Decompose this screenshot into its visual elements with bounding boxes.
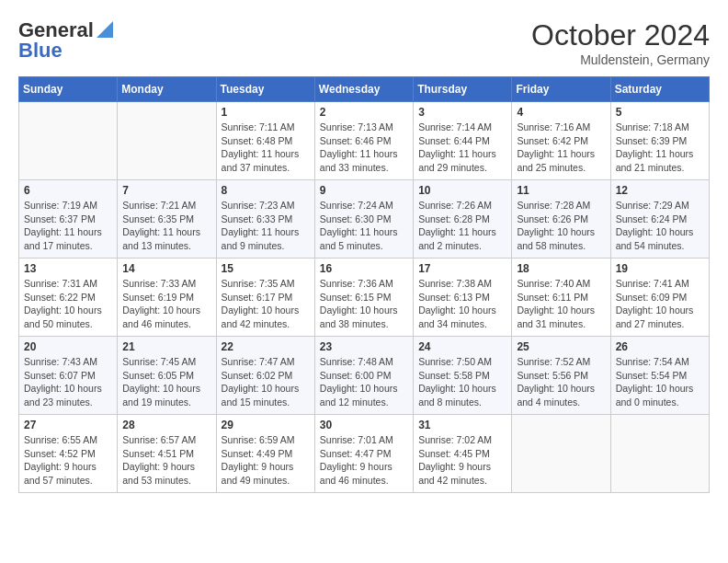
calendar-cell: 10Sunrise: 7:26 AM Sunset: 6:28 PM Dayli… (414, 180, 512, 259)
header-tuesday: Tuesday (216, 77, 314, 102)
day-info: Sunrise: 7:43 AM Sunset: 6:07 PM Dayligh… (24, 355, 112, 409)
calendar-cell: 23Sunrise: 7:48 AM Sunset: 6:00 PM Dayli… (314, 337, 413, 415)
day-number: 10 (418, 184, 506, 197)
day-number: 31 (418, 419, 506, 431)
calendar-cell: 20Sunrise: 7:43 AM Sunset: 6:07 PM Dayli… (19, 337, 118, 415)
calendar-cell: 21Sunrise: 7:45 AM Sunset: 6:05 PM Dayli… (118, 337, 216, 415)
day-number: 30 (320, 419, 408, 431)
day-info: Sunrise: 7:21 AM Sunset: 6:35 PM Dayligh… (122, 199, 210, 253)
day-number: 8 (222, 184, 310, 197)
calendar-cell: 12Sunrise: 7:29 AM Sunset: 6:24 PM Dayli… (610, 180, 709, 259)
logo-icon (97, 21, 113, 41)
day-number: 11 (517, 184, 605, 197)
calendar-cell: 29Sunrise: 6:59 AM Sunset: 4:49 PM Dayli… (216, 415, 314, 493)
day-number: 17 (418, 262, 506, 275)
week-row-3: 13Sunrise: 7:31 AM Sunset: 6:22 PM Dayli… (19, 259, 710, 337)
calendar-cell: 19Sunrise: 7:41 AM Sunset: 6:09 PM Dayli… (610, 259, 709, 337)
calendar-cell: 3Sunrise: 7:14 AM Sunset: 6:44 PM Daylig… (414, 102, 512, 180)
day-number: 14 (122, 262, 210, 275)
calendar-cell: 14Sunrise: 7:33 AM Sunset: 6:19 PM Dayli… (118, 259, 216, 337)
header-friday: Friday (512, 77, 610, 102)
day-number: 16 (320, 262, 408, 275)
day-number: 23 (320, 340, 408, 353)
logo: General Blue (18, 18, 113, 63)
calendar-cell: 4Sunrise: 7:16 AM Sunset: 6:42 PM Daylig… (512, 102, 610, 180)
calendar-cell (610, 415, 709, 493)
day-number: 27 (24, 419, 112, 431)
calendar-cell: 7Sunrise: 7:21 AM Sunset: 6:35 PM Daylig… (118, 180, 216, 259)
day-info: Sunrise: 7:48 AM Sunset: 6:00 PM Dayligh… (320, 355, 408, 409)
day-info: Sunrise: 7:19 AM Sunset: 6:37 PM Dayligh… (24, 199, 112, 253)
day-number: 3 (418, 106, 506, 119)
header-wednesday: Wednesday (314, 77, 413, 102)
day-info: Sunrise: 7:24 AM Sunset: 6:30 PM Dayligh… (320, 199, 408, 253)
day-info: Sunrise: 7:18 AM Sunset: 6:39 PM Dayligh… (616, 121, 704, 175)
day-number: 29 (222, 419, 310, 431)
header-saturday: Saturday (610, 77, 709, 102)
day-info: Sunrise: 7:23 AM Sunset: 6:33 PM Dayligh… (222, 199, 310, 253)
week-row-2: 6Sunrise: 7:19 AM Sunset: 6:37 PM Daylig… (19, 180, 710, 259)
location-title: Muldenstein, Germany (531, 52, 710, 67)
header-monday: Monday (118, 77, 216, 102)
calendar-cell: 15Sunrise: 7:35 AM Sunset: 6:17 PM Dayli… (216, 259, 314, 337)
day-number: 20 (24, 340, 112, 353)
calendar-cell (19, 102, 118, 180)
calendar-cell (118, 102, 216, 180)
week-row-5: 27Sunrise: 6:55 AM Sunset: 4:52 PM Dayli… (19, 415, 710, 493)
day-number: 21 (122, 340, 210, 353)
week-row-4: 20Sunrise: 7:43 AM Sunset: 6:07 PM Dayli… (19, 337, 710, 415)
calendar-cell: 17Sunrise: 7:38 AM Sunset: 6:13 PM Dayli… (414, 259, 512, 337)
day-info: Sunrise: 7:11 AM Sunset: 6:48 PM Dayligh… (222, 121, 310, 175)
calendar-cell: 22Sunrise: 7:47 AM Sunset: 6:02 PM Dayli… (216, 337, 314, 415)
day-info: Sunrise: 7:26 AM Sunset: 6:28 PM Dayligh… (418, 199, 506, 253)
header-sunday: Sunday (19, 77, 118, 102)
header-thursday: Thursday (414, 77, 512, 102)
day-info: Sunrise: 7:54 AM Sunset: 5:54 PM Dayligh… (616, 355, 704, 409)
day-info: Sunrise: 7:13 AM Sunset: 6:46 PM Dayligh… (320, 121, 408, 175)
day-number: 6 (24, 184, 112, 197)
calendar-cell: 2Sunrise: 7:13 AM Sunset: 6:46 PM Daylig… (314, 102, 413, 180)
calendar-cell: 18Sunrise: 7:40 AM Sunset: 6:11 PM Dayli… (512, 259, 610, 337)
calendar-cell: 6Sunrise: 7:19 AM Sunset: 6:37 PM Daylig… (19, 180, 118, 259)
logo-text-blue: Blue (18, 39, 63, 63)
calendar-cell: 13Sunrise: 7:31 AM Sunset: 6:22 PM Dayli… (19, 259, 118, 337)
calendar-cell: 1Sunrise: 7:11 AM Sunset: 6:48 PM Daylig… (216, 102, 314, 180)
day-info: Sunrise: 6:55 AM Sunset: 4:52 PM Dayligh… (24, 433, 112, 488)
day-number: 9 (320, 184, 408, 197)
title-area: October 2024 Muldenstein, Germany (531, 18, 710, 67)
calendar-cell: 5Sunrise: 7:18 AM Sunset: 6:39 PM Daylig… (610, 102, 709, 180)
day-number: 18 (517, 262, 605, 275)
day-number: 2 (320, 106, 408, 119)
day-info: Sunrise: 7:47 AM Sunset: 6:02 PM Dayligh… (222, 355, 310, 409)
calendar-cell: 31Sunrise: 7:02 AM Sunset: 4:45 PM Dayli… (414, 415, 512, 493)
day-info: Sunrise: 7:28 AM Sunset: 6:26 PM Dayligh… (517, 199, 605, 253)
day-info: Sunrise: 7:35 AM Sunset: 6:17 PM Dayligh… (222, 277, 310, 331)
calendar-cell: 28Sunrise: 6:57 AM Sunset: 4:51 PM Dayli… (118, 415, 216, 493)
day-info: Sunrise: 7:14 AM Sunset: 6:44 PM Dayligh… (418, 121, 506, 175)
day-number: 1 (222, 106, 310, 119)
day-info: Sunrise: 7:29 AM Sunset: 6:24 PM Dayligh… (616, 199, 704, 253)
day-number: 19 (616, 262, 704, 275)
calendar-header-row: SundayMondayTuesdayWednesdayThursdayFrid… (19, 77, 710, 102)
day-info: Sunrise: 7:38 AM Sunset: 6:13 PM Dayligh… (418, 277, 506, 331)
day-number: 12 (616, 184, 704, 197)
calendar-cell: 8Sunrise: 7:23 AM Sunset: 6:33 PM Daylig… (216, 180, 314, 259)
day-info: Sunrise: 7:31 AM Sunset: 6:22 PM Dayligh… (24, 277, 112, 331)
day-number: 13 (24, 262, 112, 275)
calendar-cell: 11Sunrise: 7:28 AM Sunset: 6:26 PM Dayli… (512, 180, 610, 259)
calendar-cell: 24Sunrise: 7:50 AM Sunset: 5:58 PM Dayli… (414, 337, 512, 415)
day-info: Sunrise: 7:45 AM Sunset: 6:05 PM Dayligh… (122, 355, 210, 409)
calendar-cell (512, 415, 610, 493)
day-info: Sunrise: 7:33 AM Sunset: 6:19 PM Dayligh… (122, 277, 210, 331)
day-info: Sunrise: 7:52 AM Sunset: 5:56 PM Dayligh… (517, 355, 605, 409)
calendar-table: SundayMondayTuesdayWednesdayThursdayFrid… (18, 76, 710, 493)
day-info: Sunrise: 7:36 AM Sunset: 6:15 PM Dayligh… (320, 277, 408, 331)
day-number: 5 (616, 106, 704, 119)
svg-marker-0 (97, 21, 113, 38)
day-info: Sunrise: 7:16 AM Sunset: 6:42 PM Dayligh… (517, 121, 605, 175)
month-title: October 2024 (531, 18, 710, 52)
day-info: Sunrise: 7:40 AM Sunset: 6:11 PM Dayligh… (517, 277, 605, 331)
day-number: 24 (418, 340, 506, 353)
day-info: Sunrise: 7:01 AM Sunset: 4:47 PM Dayligh… (320, 433, 408, 488)
day-info: Sunrise: 6:57 AM Sunset: 4:51 PM Dayligh… (122, 433, 210, 488)
